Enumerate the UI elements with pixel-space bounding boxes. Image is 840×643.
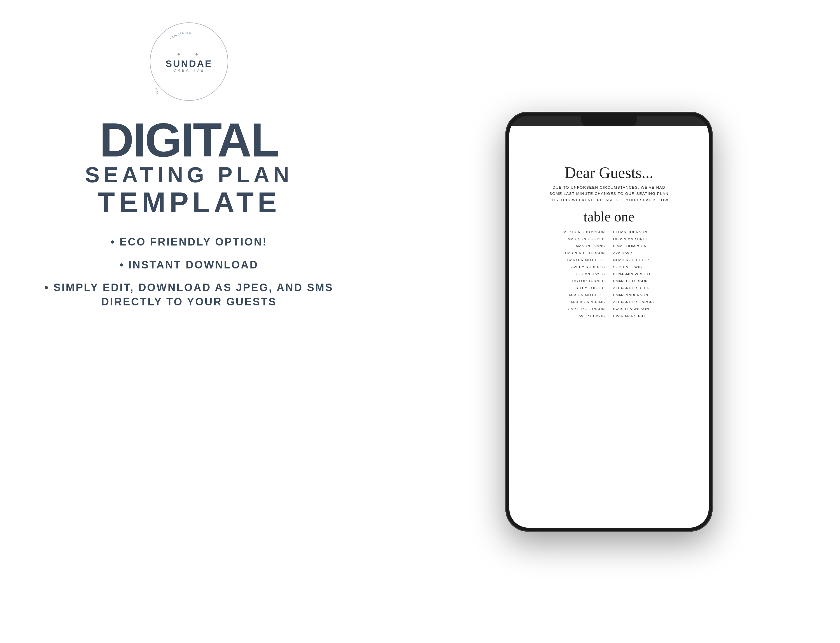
phone-inner: ALEXA & MARCUS Dear Guests... DUE TO UNF… [509,116,709,528]
phone-mockup: ALEXA & MARCUS Dear Guests... DUE TO UNF… [505,112,713,532]
right-panel: ALEXA & MARCUS Dear Guests... DUE TO UNF… [378,0,840,643]
guest-name-left: JACKSON THOMPSON [562,229,605,235]
stamp-stars: ✦ ✦ [176,51,201,58]
phone-notch [581,116,637,126]
svg-text:instant download: instant download [155,87,176,95]
guest-name-right: ISABELLA WILSON [613,306,649,312]
feature-eco: • ECO FRIENDLY OPTION! [17,235,361,249]
guest-name-right: AVA DAVIS [613,250,634,256]
arch-names: ALEXA & MARCUS [518,133,700,161]
guest-name-left: AVERY ROBERTS [571,264,605,270]
guests-col-right: ETHAN JOHNSONOLIVIA MARTINEZLIAM THOMPSO… [609,229,701,319]
headline-seating: SEATING PLAN [85,163,293,187]
main-headline: DIGITAL SEATING PLAN TEMPLATE [85,118,293,218]
guest-name-left: TAYLOR TURNER [572,278,605,284]
guest-name-right: ETHAN JOHNSON [613,229,648,235]
stamp-sub: CREATIVE [173,68,205,72]
headline-template: TEMPLATE [85,187,293,218]
guest-name-right: EMMA ANDERSON [613,292,649,298]
message-text: DUE TO UNFORSEEN CIRCUMSTANCES, WE'VE HA… [547,184,672,204]
guest-name-right: OLIVIA MARTINEZ [613,236,648,242]
feature-sms: • SIMPLY EDIT, DOWNLOAD AS JPEG, AND SMS… [17,281,361,309]
phone-screen: ALEXA & MARCUS Dear Guests... DUE TO UNF… [509,126,709,528]
guest-name-left: CARTER MITCHELL [567,257,605,263]
guest-name-right: ALEXANDER GARCIA [613,299,654,305]
guest-name-left: LOGAN HAYES [577,271,605,277]
guest-name-left: MADISON ADAMS [571,299,605,305]
guest-name-left: RILEY FOSTER [576,285,605,291]
svg-text:diy editable templates: diy editable templates [155,31,192,39]
guest-name-left: AVERY DAVIS [579,313,605,319]
guests-container: JACKSON THOMPSONMADISON COOPERMASON EVAN… [518,229,700,319]
guest-name-left: MADISON COOPER [568,236,605,242]
stamp-logo: diy editable templates ✦ ✦ SUNDAE CREATI… [150,23,228,101]
guest-name-left: MASON MITCHELL [569,292,605,298]
stamp-brand: SUNDAE [165,59,212,68]
dear-guests: Dear Guests... [564,164,653,182]
guest-name-right: EVAN MARSHALL [613,313,647,319]
stamp-arc-top: diy editable templates [150,28,228,40]
guest-name-left: MASON EVANS [576,243,605,249]
features-list: • ECO FRIENDLY OPTION! • INSTANT DOWNLOA… [0,235,378,317]
stamp-center: ✦ ✦ SUNDAE CREATIVE [165,51,212,72]
guest-name-right: SOPHIA LEWIS [613,264,642,270]
guest-name-right: EMMA PETERSON [613,278,648,284]
feature-download: • INSTANT DOWNLOAD [17,258,361,272]
guest-name-right: ALEXANDER REED [613,285,650,291]
left-panel: diy editable templates ✦ ✦ SUNDAE CREATI… [0,0,378,643]
guest-name-left: HARPER PETERSON [565,250,605,256]
headline-digital: DIGITAL [85,118,293,163]
guest-name-right: BENJAMIN WRIGHT [613,271,651,277]
guest-name-right: LIAM THOMPSON [613,243,647,249]
guest-name-right: NOAH RODRIGUEZ [613,257,650,263]
guest-name-left: CARTER JOHNSON [568,306,605,312]
guests-col-left: JACKSON THOMPSONMADISON COOPERMASON EVAN… [518,229,609,319]
table-heading: table one [583,209,634,225]
